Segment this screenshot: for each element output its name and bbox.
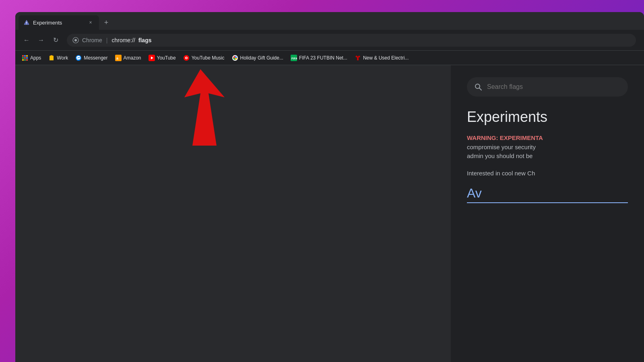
address-separator: |: [106, 37, 108, 43]
amazon-icon: a: [115, 55, 122, 61]
bookmarks-bar: Apps Work Messenger: [15, 51, 644, 65]
svg-rect-6: [24, 55, 26, 57]
tab-close-button[interactable]: ×: [87, 19, 94, 26]
bookmark-work-label: Work: [57, 55, 68, 61]
reload-button[interactable]: ↻: [49, 34, 62, 47]
bookmark-youtube[interactable]: YouTube: [145, 53, 179, 63]
nav-bar: ← → ↻ Chrome | chrome:// flags: [15, 30, 644, 51]
interested-text: Interested in cool new Ch: [467, 169, 628, 178]
forward-button[interactable]: →: [35, 34, 47, 47]
svg-rect-11: [22, 59, 24, 61]
warning-body: compromise your security: [467, 143, 628, 152]
bookmark-amazon[interactable]: a Amazon: [112, 53, 144, 63]
svg-rect-13: [26, 59, 28, 61]
work-bookmark-icon: [48, 55, 55, 61]
svg-point-22: [186, 57, 187, 58]
svg-rect-9: [24, 57, 26, 59]
red-arrow-annotation: [168, 65, 233, 146]
bookmark-messenger-label: Messenger: [84, 55, 107, 61]
active-tab[interactable]: Experiments ×: [19, 15, 99, 30]
google-icon: [232, 55, 238, 61]
bookmark-apps[interactable]: Apps: [19, 53, 44, 63]
blue-underline: [467, 202, 628, 203]
bookmark-holiday-label: Holiday Gift Guide...: [240, 55, 283, 61]
bookmark-fifa-label: FIFA 23 FUTBIN Net...: [299, 55, 347, 61]
svg-rect-10: [26, 57, 28, 59]
warning-text: WARNING: EXPERIMENTA: [467, 134, 543, 141]
messenger-icon: [75, 55, 82, 61]
browser-window: Experiments × + ← → ↻ Chrome | chrome://…: [15, 12, 644, 362]
address-bar[interactable]: Chrome | chrome:// flags: [67, 34, 636, 47]
search-flags-container: [467, 77, 628, 97]
tab-favicon: [23, 19, 30, 26]
svg-point-4: [74, 39, 77, 41]
address-url-path: flags: [138, 37, 152, 43]
address-url-prefix: chrome://: [111, 37, 135, 43]
bookmark-apps-label: Apps: [30, 55, 41, 61]
page-content: Experiments WARNING: EXPERIMENTA comprom…: [15, 65, 644, 362]
chrome-icon: [72, 37, 79, 43]
svg-rect-8: [22, 57, 24, 59]
bookmark-amazon-label: Amazon: [124, 55, 141, 61]
new-tab-button[interactable]: +: [101, 17, 112, 28]
available-section: Av: [467, 186, 628, 203]
svg-line-28: [479, 88, 481, 90]
svg-marker-14: [50, 55, 54, 56]
bookmark-electric[interactable]: New & Used Electri...: [351, 53, 412, 63]
warning-body2: admin you should not be: [467, 152, 628, 161]
tab-title: Experiments: [33, 20, 84, 26]
svg-marker-26: [184, 69, 225, 146]
back-button[interactable]: ←: [20, 34, 33, 47]
bookmark-youtube-music[interactable]: YouTube Music: [180, 53, 228, 63]
right-panel: Experiments WARNING: EXPERIMENTA comprom…: [451, 65, 644, 362]
youtube-music-icon: [183, 55, 190, 61]
address-chrome-label: Chrome: [82, 37, 102, 43]
search-flags-input[interactable]: [487, 83, 621, 90]
page-title: Experiments: [467, 109, 628, 125]
svg-rect-5: [22, 55, 24, 57]
fifa-icon: FIFA: [291, 55, 297, 61]
bookmark-electric-label: New & Used Electri...: [363, 55, 409, 61]
bookmark-youtube-music-label: YouTube Music: [192, 55, 225, 61]
apps-grid-icon: [22, 55, 28, 61]
tshirt-icon: [355, 55, 361, 61]
bookmark-work[interactable]: Work: [45, 53, 71, 63]
search-icon: [474, 83, 482, 91]
bookmark-holiday[interactable]: Holiday Gift Guide...: [229, 53, 287, 63]
youtube-icon: [149, 55, 155, 61]
svg-rect-7: [26, 55, 28, 57]
bookmark-fifa[interactable]: FIFA FIFA 23 FUTBIN Net...: [287, 53, 351, 63]
svg-point-2: [26, 24, 27, 25]
page-left-panel: [15, 65, 451, 362]
bookmark-youtube-label: YouTube: [157, 55, 176, 61]
tab-bar: Experiments × +: [15, 12, 644, 30]
bookmark-messenger[interactable]: Messenger: [72, 53, 111, 63]
warning-block: WARNING: EXPERIMENTA compromise your sec…: [467, 134, 628, 161]
svg-rect-12: [24, 59, 26, 61]
svg-text:FIFA: FIFA: [291, 57, 297, 60]
available-heading: Av: [467, 186, 482, 200]
